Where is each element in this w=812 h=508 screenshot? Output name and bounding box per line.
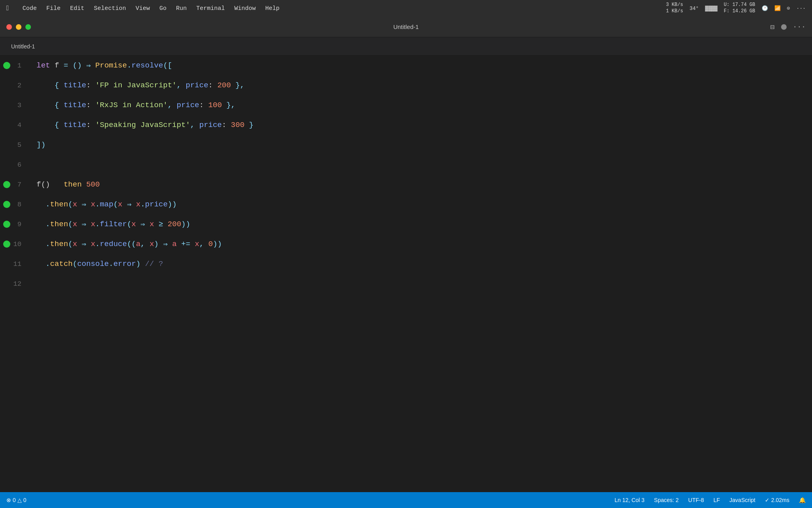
eol[interactable]: LF bbox=[713, 497, 720, 503]
x-9c: x bbox=[132, 220, 136, 229]
gutter-row-5: 5 bbox=[0, 135, 32, 155]
minimize-button[interactable] bbox=[16, 24, 21, 30]
dot-9: . bbox=[46, 220, 50, 229]
x-8c: x bbox=[118, 200, 122, 209]
indent-3 bbox=[36, 101, 55, 110]
more-actions-icon[interactable]: ··· bbox=[793, 23, 806, 31]
code-editor[interactable]: let f = () ⇒ Promise . resolve ([ { titl… bbox=[32, 56, 806, 492]
bracket-open: ([ bbox=[163, 61, 172, 70]
encoding[interactable]: UTF-8 bbox=[688, 497, 704, 503]
spotlight-icon: ⊙ bbox=[787, 5, 790, 12]
colon-4: : bbox=[199, 101, 204, 110]
sp bbox=[245, 121, 249, 129]
sp bbox=[195, 121, 199, 129]
resolve-fn: resolve bbox=[132, 61, 163, 70]
close-9: )) bbox=[181, 220, 190, 229]
menu-edit[interactable]: Edit bbox=[66, 4, 88, 13]
sp bbox=[77, 200, 82, 209]
dot-11: . bbox=[46, 260, 50, 268]
indent-2 bbox=[36, 81, 55, 90]
breakpoint-8[interactable] bbox=[3, 201, 10, 208]
cursor-position[interactable]: Ln 12, Col 3 bbox=[615, 497, 645, 503]
menu-go[interactable]: Go bbox=[155, 4, 170, 13]
paren-9c: ( bbox=[127, 220, 131, 229]
sp bbox=[231, 81, 235, 90]
menu-selection[interactable]: Selection bbox=[90, 4, 130, 13]
dot-10b: . bbox=[95, 240, 100, 248]
language-mode[interactable]: JavaScript bbox=[730, 497, 755, 503]
line-number-4: 4 bbox=[10, 121, 25, 129]
tab-untitled[interactable]: Untitled-1 bbox=[5, 40, 41, 53]
brace-4: { bbox=[55, 121, 59, 129]
close-button[interactable] bbox=[6, 24, 12, 30]
tabbar: Untitled-1 bbox=[0, 37, 812, 56]
titlebar-actions: ⊟ ··· bbox=[770, 23, 806, 31]
sp bbox=[59, 101, 63, 110]
notifications-icon[interactable]: 🔔 bbox=[799, 497, 806, 503]
sp bbox=[91, 121, 95, 129]
line-number-10: 10 bbox=[10, 241, 25, 248]
sp bbox=[82, 180, 86, 189]
code-text bbox=[50, 61, 54, 70]
gutter-row-10: 10 bbox=[0, 234, 32, 254]
menu-help[interactable]: Help bbox=[261, 4, 283, 13]
split-editor-icon[interactable]: ⊟ bbox=[770, 23, 775, 31]
menu-code[interactable]: Code bbox=[19, 4, 41, 13]
dot-9b: . bbox=[95, 220, 100, 229]
code-line-10: . then ( x ⇒ x . reduce (( a , x ) ⇒ a +… bbox=[32, 234, 806, 254]
breakpoint-10[interactable] bbox=[3, 241, 10, 248]
x-10b: x bbox=[91, 240, 95, 248]
menu-window[interactable]: Window bbox=[230, 4, 260, 13]
breakpoint-1[interactable] bbox=[3, 62, 10, 69]
menu-run[interactable]: Run bbox=[172, 4, 191, 13]
code-text bbox=[82, 61, 86, 70]
breakpoint-9[interactable] bbox=[3, 221, 10, 228]
maximize-button[interactable] bbox=[25, 24, 31, 30]
code-line-12 bbox=[32, 274, 806, 294]
indent-4 bbox=[36, 121, 55, 129]
empty-12 bbox=[36, 279, 41, 288]
statusbar-right: Ln 12, Col 3 Spaces: 2 UTF-8 LF JavaScri… bbox=[615, 497, 806, 503]
line-number-8: 8 bbox=[10, 201, 25, 208]
gutter-row-1: 1 bbox=[0, 56, 32, 75]
breakpoint-7[interactable] bbox=[3, 181, 10, 188]
menu-terminal[interactable]: Terminal bbox=[192, 4, 229, 13]
sp bbox=[168, 240, 172, 248]
line-number-2: 2 bbox=[10, 82, 25, 89]
filter-fn: filter bbox=[100, 220, 127, 229]
dot-8c: . bbox=[140, 200, 145, 209]
arrow-9b: ⇒ bbox=[140, 219, 145, 229]
brace-close-2: }, bbox=[226, 101, 236, 110]
error-count[interactable]: ⊗ 0 △ 0 bbox=[6, 497, 27, 503]
prop-title-3: title bbox=[63, 121, 86, 129]
gutter-row-9: 9 bbox=[0, 214, 32, 234]
indent-8 bbox=[36, 200, 46, 209]
indentation[interactable]: Spaces: 2 bbox=[654, 497, 679, 503]
battery-icon: ▓▓▓▓ bbox=[705, 6, 717, 12]
line-number-5: 5 bbox=[10, 141, 25, 149]
menu-file[interactable]: File bbox=[42, 4, 65, 13]
menu-items: Code File Edit Selection View Go Run Ter… bbox=[19, 4, 666, 13]
paren-11a: ( bbox=[73, 260, 77, 268]
brace-close-1: }, bbox=[236, 81, 245, 90]
promise-text: Promise bbox=[95, 61, 127, 70]
code-line-2: { title : 'FP in JavaScript' , price : 2… bbox=[32, 75, 806, 95]
apple-menu[interactable]:  bbox=[6, 4, 11, 12]
statusbar-left: ⊗ 0 △ 0 bbox=[6, 497, 27, 503]
colon-2: : bbox=[208, 81, 213, 90]
menu-view[interactable]: View bbox=[132, 4, 154, 13]
more-icon: ··· bbox=[797, 6, 806, 12]
scrollbar-track[interactable] bbox=[806, 56, 812, 492]
code-line-1: let f = () ⇒ Promise . resolve ([ bbox=[32, 56, 806, 75]
x-9b: x bbox=[91, 220, 95, 229]
code-text bbox=[59, 61, 63, 70]
arrow-9: ⇒ bbox=[82, 219, 86, 229]
paren-10d: ) bbox=[154, 240, 159, 248]
sp bbox=[213, 81, 217, 90]
sp bbox=[77, 240, 82, 248]
pluseq: += bbox=[181, 240, 190, 248]
x-9d: x bbox=[149, 220, 154, 229]
sp bbox=[91, 101, 95, 110]
then-word-7: then bbox=[63, 180, 82, 189]
error-icon: ⊗ bbox=[6, 497, 11, 503]
